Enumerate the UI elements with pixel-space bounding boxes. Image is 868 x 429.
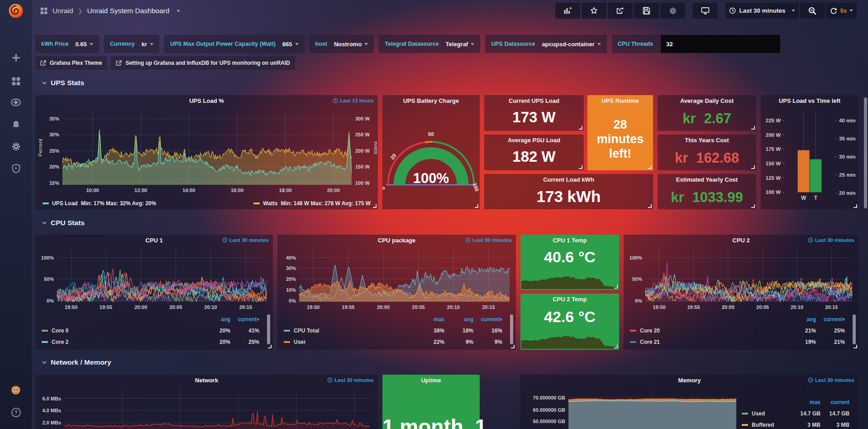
alerting-bell-icon[interactable]: [0, 116, 32, 134]
svg-text:19:50: 19:50: [653, 304, 666, 310]
user-avatar[interactable]: [0, 381, 32, 399]
cpu2-chart[interactable]: 19:5019:5520:0020:0520:1020:15100%50%0%: [625, 246, 858, 311]
legend-row[interactable]: Used14.7 GB14.7 GB: [742, 408, 849, 419]
panel-title[interactable]: UPS Battery Charge: [382, 97, 480, 104]
zoom-out-button[interactable]: [800, 3, 825, 19]
svg-text:T: T: [814, 195, 818, 201]
add-panel-button[interactable]: [555, 3, 580, 19]
legend-row[interactable]: Core 2021%25%: [630, 325, 845, 336]
toolbar: Last 30 minutes 5s: [555, 3, 857, 19]
battery-gauge[interactable]: 02050100100%: [382, 105, 480, 209]
variable-currency[interactable]: Currencykr: [104, 35, 159, 53]
variable-ups-datasource[interactable]: UPS Datasourceapcupsd-container: [485, 35, 607, 53]
svg-text:20 min: 20 min: [839, 190, 855, 196]
section-ups-stats[interactable]: UPS Stats: [42, 79, 84, 87]
ups-load-chart[interactable]: 10:0012:0014:0016:0018:0020:0035%30%25%2…: [36, 106, 377, 195]
cpu1-chart[interactable]: 19:5019:5520:0020:0520:1020:15100%50%0%: [36, 246, 272, 311]
panel-title[interactable]: Uptime: [382, 377, 480, 384]
page-scrollbar[interactable]: [864, 97, 867, 208]
panel-title[interactable]: CPU 1 Temp: [520, 237, 619, 244]
link-grafana-plex-theme[interactable]: Grafana Plex Theme: [35, 56, 107, 70]
legend-header[interactable]: avgcurrent▾: [630, 313, 845, 325]
panel-time-range[interactable]: Last 30 minutes: [465, 237, 512, 243]
panel-title[interactable]: Network: [35, 377, 378, 384]
panel-title[interactable]: Current UPS Load: [484, 97, 584, 104]
save-dashboard-button[interactable]: [634, 3, 659, 19]
cycle-view-monitor-button[interactable]: [693, 3, 718, 19]
svg-text:0%: 0%: [635, 298, 642, 304]
panel-title[interactable]: UPS Load %: [35, 97, 378, 104]
legend-scrollbar[interactable]: [853, 314, 856, 344]
section-cpu-stats[interactable]: CPU Stats: [42, 219, 85, 227]
legend-row[interactable]: Buffered3 MB3 MB: [742, 419, 849, 429]
panel-title[interactable]: UPS Runtime: [587, 97, 653, 104]
cpu-package-chart[interactable]: 19:5019:5520:0020:0520:1020:1540%30%20%1…: [278, 246, 515, 311]
cpu-package-legend: maxavgcurrent▾CPU Total38%18%16%User22%9…: [284, 313, 502, 347]
create-plus-icon[interactable]: [0, 48, 32, 67]
link-ups-monitoring-guide[interactable]: Setting up Grafana and InfluxDB for UPS …: [111, 56, 295, 70]
legend-scrollbar[interactable]: [267, 314, 270, 344]
apps-grid-icon[interactable]: [40, 7, 48, 15]
stat-value: 28 minutes left!: [587, 109, 653, 170]
variable-host[interactable]: hostNostromo: [310, 35, 374, 53]
load-vs-time-bar-chart[interactable]: 225 W200 W175 W150 W125 W100 W40 min35 m…: [761, 106, 858, 207]
svg-text:20:00: 20:00: [134, 304, 147, 310]
ups-load-legend: UPS LoadMin: 17% Max: 32% Avg: 20%WattsM…: [43, 200, 371, 207]
grafana-dashboard: ? Unraid ❯ Unraid System Dashboard Last …: [0, 0, 868, 429]
panel-time-range[interactable]: Last 30 minutes: [222, 237, 269, 243]
svg-text:16:00: 16:00: [231, 188, 243, 193]
breadcrumb-root[interactable]: Unraid: [52, 7, 73, 15]
legend-row[interactable]: Core 220%25%: [42, 336, 259, 347]
legend-row[interactable]: Core 2119%21%: [630, 336, 845, 347]
panel-time-range[interactable]: Last 30 minutes: [327, 377, 374, 383]
help-icon[interactable]: ?: [0, 403, 32, 421]
dashboards-icon[interactable]: [0, 72, 32, 90]
breadcrumb-dashboard-title[interactable]: Unraid System Dashboard: [87, 7, 170, 15]
svg-text:50%: 50%: [632, 276, 642, 282]
panel-title[interactable]: Current Load kWh: [484, 176, 653, 183]
variable-telegraf-datasource[interactable]: Telegraf DatasourceTelegraf: [379, 35, 480, 53]
legend-item[interactable]: UPS LoadMin: 17% Max: 32% Avg: 20%: [43, 200, 156, 207]
svg-text:0%: 0%: [47, 298, 54, 304]
configuration-gear-icon[interactable]: [0, 137, 32, 155]
legend-header[interactable]: maxcurrent: [742, 396, 849, 408]
grafana-logo-icon[interactable]: [7, 2, 24, 19]
cpu-threads-input[interactable]: [661, 35, 780, 53]
svg-text:10:00: 10:00: [86, 188, 99, 193]
legend-item[interactable]: WattsMin: 148 W Max: 278 W Avg: 175 W: [253, 200, 371, 207]
refresh-button[interactable]: 5s: [826, 3, 857, 19]
star-dashboard-button[interactable]: [582, 3, 606, 19]
share-dashboard-button[interactable]: [608, 3, 633, 19]
variable-ups-max-output[interactable]: UPS Max Output Power Capacity (Watt)865: [164, 35, 305, 53]
legend-header[interactable]: avgcurrent▾: [42, 313, 259, 325]
settings-gear-button[interactable]: [660, 3, 685, 19]
svg-text:200 W: 200 W: [766, 132, 781, 138]
panel-time-range[interactable]: Last 12 hours: [333, 98, 374, 103]
network-chart[interactable]: 6.0 MBs4.0 MBs2.0 MBs: [36, 386, 377, 429]
panel-time-range[interactable]: Last 30 minutes: [808, 377, 854, 383]
svg-text:6.0 MBs: 6.0 MBs: [42, 396, 61, 401]
svg-text:20:05: 20:05: [169, 304, 182, 310]
time-range-picker[interactable]: Last 30 minutes: [725, 3, 798, 19]
panel-title[interactable]: Estimated Yearly Cost: [658, 176, 756, 183]
stat-value: kr1033.99: [658, 189, 756, 206]
dashboard-dropdown-caret-icon[interactable]: [176, 10, 180, 12]
variable-kwh-price[interactable]: kWh Price0.65: [35, 35, 99, 53]
panel-time-range[interactable]: Last 30 minutes: [808, 237, 854, 243]
legend-header[interactable]: maxavgcurrent▾: [284, 313, 502, 325]
explore-compass-icon[interactable]: [0, 93, 32, 111]
panel-title[interactable]: UPS Load vs Time left: [761, 97, 858, 104]
panel-title[interactable]: This Years Cost: [658, 137, 756, 144]
server-admin-shield-icon[interactable]: [0, 159, 32, 177]
refresh-caret-icon[interactable]: [849, 10, 853, 12]
legend-scrollbar[interactable]: [510, 314, 513, 344]
panel-title[interactable]: Average PSU Load: [484, 137, 584, 144]
panel-ups-load-vs-time-left: UPS Load vs Time left 225 W200 W175 W150…: [761, 95, 858, 209]
panel-title[interactable]: Average Daily Cost: [658, 97, 756, 104]
section-network-memory[interactable]: Network / Memory: [42, 358, 111, 366]
svg-text:10%: 10%: [286, 287, 296, 293]
legend-row[interactable]: User22%9%9%: [284, 336, 502, 347]
legend-row[interactable]: Core 020%41%: [42, 325, 259, 336]
legend-row[interactable]: CPU Total38%18%16%: [284, 325, 502, 336]
panel-title[interactable]: CPU 2 Temp: [520, 296, 619, 303]
